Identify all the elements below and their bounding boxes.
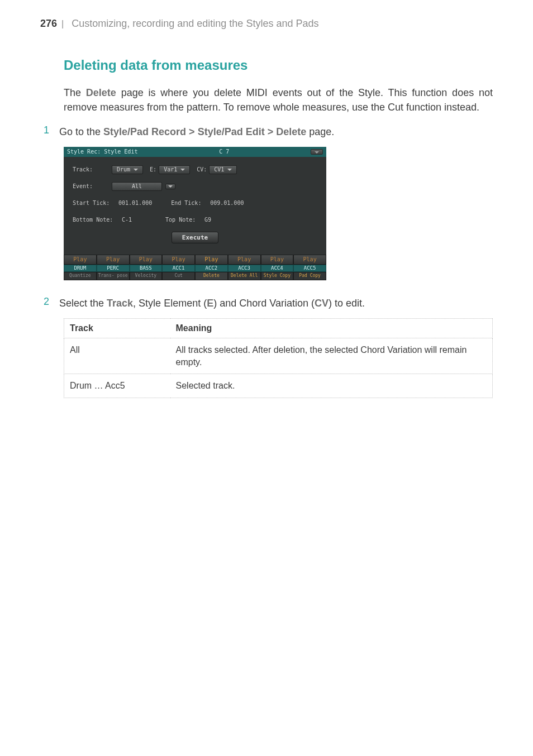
bottom-note-label: Bottom Note: <box>73 217 122 223</box>
step-2-s3: CV <box>315 298 329 309</box>
top-note-value[interactable]: G9 <box>204 217 211 223</box>
end-tick-label: End Tick: <box>171 200 207 206</box>
step-1-text: Go to the Style/Pad Record > Style/Pad E… <box>59 125 334 139</box>
step-2-p1: Select the <box>59 298 107 309</box>
running-head-title: Customizing, recording and editing the S… <box>72 18 318 30</box>
e-label: E: <box>150 167 156 173</box>
step-1: 1 Go to the Style/Pad Record > Style/Pad… <box>64 125 493 139</box>
step-1-suffix: page. <box>306 126 334 137</box>
intro-rest: page is where you delete MIDI events out… <box>64 87 493 113</box>
function-tab-transpose[interactable]: Trans- pose <box>97 272 130 280</box>
step-2-s2: E <box>207 298 213 309</box>
running-head-separator: | <box>61 19 64 29</box>
step-1-breadcrumb: Style/Pad Record > Style/Pad Edit > Dele… <box>103 126 306 137</box>
table-row: All All tracks selected. After deletion,… <box>64 338 493 374</box>
track-value: Drum <box>117 167 130 173</box>
cv-value: CV1 <box>214 167 224 173</box>
bottom-note-value[interactable]: C-1 <box>122 217 132 223</box>
step-2-number: 2 <box>40 296 49 308</box>
step-2-text: Select the Track, Style Element (E) and … <box>59 296 365 310</box>
track-tab[interactable]: DRUM <box>64 265 97 272</box>
play-button[interactable]: Play <box>97 255 130 265</box>
play-button[interactable]: Play <box>228 255 261 265</box>
e-dropdown[interactable]: Var1 <box>159 165 190 174</box>
track-tab[interactable]: ACC2 <box>195 265 228 272</box>
device-function-row: Quantize Trans- pose Velocity Cut Delete… <box>64 272 326 280</box>
step-1-prefix: Go to the <box>59 126 103 137</box>
device-play-row: Play Play Play Play Play Play Play Play <box>64 255 326 265</box>
device-row-ticks: Start Tick: 001.01.000 End Tick: 009.01.… <box>73 198 317 208</box>
track-tab[interactable]: ACC3 <box>228 265 261 272</box>
step-2-p4: ) to edit. <box>329 298 365 309</box>
play-button[interactable]: Play <box>130 255 163 265</box>
chevron-down-icon <box>168 185 173 188</box>
function-tab-quantize[interactable]: Quantize <box>64 272 97 280</box>
function-tab-delete-all[interactable]: Delete All <box>228 272 261 280</box>
track-tab[interactable]: PERC <box>97 265 130 272</box>
table-cell: Drum … Acc5 <box>64 374 170 398</box>
track-tab[interactable]: ACC4 <box>261 265 294 272</box>
chevron-down-icon <box>180 169 185 171</box>
step-2: 2 Select the Track, Style Element (E) an… <box>64 296 493 310</box>
event-value-field[interactable]: All <box>112 182 162 191</box>
function-tab-velocity[interactable]: Velocity <box>130 272 163 280</box>
top-note-label: Top Note: <box>165 217 201 223</box>
chevron-down-icon <box>134 169 138 171</box>
start-tick-value[interactable]: 001.01.000 <box>118 200 152 206</box>
play-button[interactable]: Play <box>64 255 97 265</box>
intro-paragraph: The Delete page is where you delete MIDI… <box>64 85 493 114</box>
e-value: Var1 <box>164 167 177 173</box>
device-body: Track: Drum E: Var1 CV: CV1 Event: <box>64 157 326 255</box>
device-title-center: C 7 <box>219 149 229 155</box>
track-tab[interactable]: ACC1 <box>162 265 195 272</box>
event-value: All <box>132 184 142 189</box>
track-label: Track: <box>73 167 112 173</box>
execute-row: Execute <box>73 232 317 243</box>
page-number: 276 <box>40 18 57 30</box>
step-2-p2: , Style Element ( <box>133 298 207 309</box>
device-titlebar: Style Rec: Style Edit C 7 <box>64 147 326 157</box>
step-2-s1: Track <box>107 298 133 309</box>
track-dropdown[interactable]: Drum <box>112 165 143 174</box>
cv-label: CV: <box>197 167 207 173</box>
table-row: Drum … Acc5 Selected track. <box>64 374 493 398</box>
running-head: 276 | Customizing, recording and editing… <box>40 18 493 30</box>
intro-prefix: The <box>64 87 86 98</box>
track-tab[interactable]: ACC5 <box>293 265 326 272</box>
track-meaning-table: Track Meaning All All tracks selected. A… <box>64 318 493 398</box>
table-cell: All <box>64 338 170 374</box>
device-menu-button[interactable] <box>311 149 323 155</box>
table-header-row: Track Meaning <box>64 319 493 338</box>
device-row-notes: Bottom Note: C-1 Top Note: G9 <box>73 215 317 225</box>
play-button[interactable]: Play <box>162 255 195 265</box>
event-dropdown[interactable] <box>165 184 175 189</box>
device-row-track: Track: Drum E: Var1 CV: CV1 <box>73 165 317 175</box>
step-1-number: 1 <box>40 125 49 136</box>
table-cell: Selected track. <box>170 374 493 398</box>
device-track-row: DRUM PERC BASS ACC1 ACC2 ACC3 ACC4 ACC5 <box>64 265 326 272</box>
execute-button[interactable]: Execute <box>172 232 218 243</box>
end-tick-value[interactable]: 009.01.000 <box>210 200 244 206</box>
function-tab-style-copy[interactable]: Style Copy <box>261 272 294 280</box>
table-header-meaning: Meaning <box>170 319 493 338</box>
intro-strong: Delete <box>86 87 116 98</box>
play-button[interactable]: Play <box>293 255 326 265</box>
chevron-down-icon <box>227 169 232 171</box>
play-button[interactable]: Play <box>195 255 228 265</box>
event-label: Event: <box>73 184 112 189</box>
function-tab-pad-copy[interactable]: Pad Copy <box>293 272 326 280</box>
table-header-track: Track <box>64 319 170 338</box>
device-screenshot: Style Rec: Style Edit C 7 Track: Drum E:… <box>64 147 326 280</box>
function-tab-cut[interactable]: Cut <box>162 272 195 280</box>
play-button[interactable]: Play <box>261 255 294 265</box>
cv-dropdown[interactable]: CV1 <box>209 165 237 174</box>
table-cell: All tracks selected. After deletion, the… <box>170 338 493 374</box>
function-tab-delete[interactable]: Delete <box>195 272 228 280</box>
start-tick-label: Start Tick: <box>73 200 115 206</box>
device-row-event: Event: All <box>73 181 317 192</box>
track-tab[interactable]: BASS <box>130 265 163 272</box>
step-2-p3: ) and Chord Variation ( <box>213 298 315 309</box>
section-heading: Deleting data from measures <box>64 58 493 73</box>
device-title-left: Style Rec: Style Edit <box>67 149 137 155</box>
